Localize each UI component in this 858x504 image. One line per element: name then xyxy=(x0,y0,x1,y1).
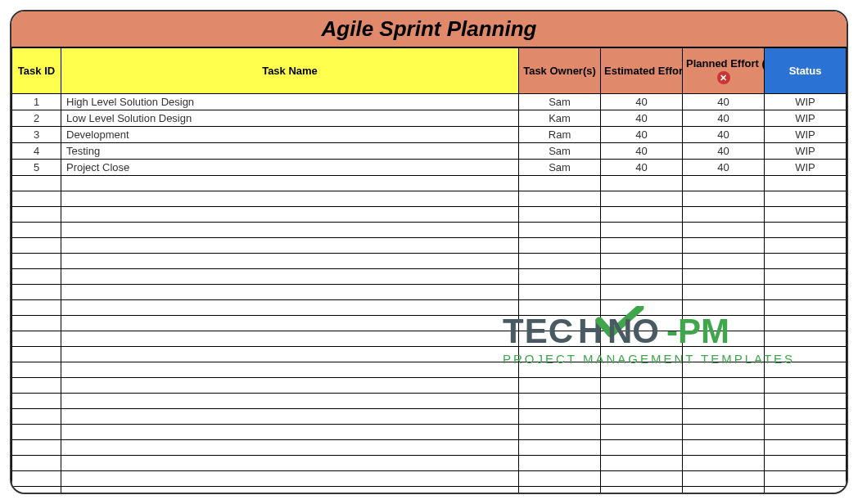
cell-empty[interactable] xyxy=(601,254,683,269)
cell-empty[interactable] xyxy=(12,331,61,347)
cell-empty[interactable] xyxy=(61,331,519,347)
cell-empty[interactable] xyxy=(519,394,601,409)
cell-empty[interactable] xyxy=(12,176,61,191)
cell-empty[interactable] xyxy=(61,223,519,238)
cell-empty[interactable] xyxy=(519,238,601,254)
cell-empty[interactable] xyxy=(61,440,519,456)
cell-empty[interactable] xyxy=(683,176,765,191)
cell-empty[interactable] xyxy=(519,223,601,238)
cell-empty[interactable] xyxy=(61,425,519,440)
cell-empty[interactable] xyxy=(601,331,683,347)
cell-empty[interactable] xyxy=(12,191,61,207)
cell-empty[interactable] xyxy=(765,254,847,269)
cell-empty[interactable] xyxy=(683,207,765,223)
cell-owner[interactable]: Sam xyxy=(519,143,601,160)
cell-empty[interactable] xyxy=(683,223,765,238)
cell-empty[interactable] xyxy=(61,347,519,362)
cell-status[interactable]: WIP xyxy=(765,94,847,110)
cell-empty[interactable] xyxy=(765,409,847,425)
cell-status[interactable]: WIP xyxy=(765,160,847,176)
cell-status[interactable]: WIP xyxy=(765,127,847,143)
cell-empty[interactable] xyxy=(61,254,519,269)
cell-empty[interactable] xyxy=(601,223,683,238)
cell-task-name[interactable]: Project Close xyxy=(61,160,519,176)
cell-empty[interactable] xyxy=(519,207,601,223)
cell-estimated[interactable]: 40 xyxy=(601,143,683,160)
cell-empty[interactable] xyxy=(601,456,683,471)
cell-empty[interactable] xyxy=(683,394,765,409)
cell-empty[interactable] xyxy=(765,347,847,362)
cell-empty[interactable] xyxy=(519,362,601,378)
cell-empty[interactable] xyxy=(683,378,765,394)
cell-empty[interactable] xyxy=(765,316,847,331)
cell-task-id[interactable]: 4 xyxy=(12,143,61,160)
cell-empty[interactable] xyxy=(683,347,765,362)
cell-empty[interactable] xyxy=(12,409,61,425)
cell-empty[interactable] xyxy=(61,300,519,316)
cell-task-id[interactable]: 5 xyxy=(12,160,61,176)
cell-empty[interactable] xyxy=(12,425,61,440)
cell-task-id[interactable]: 2 xyxy=(12,110,61,127)
cell-empty[interactable] xyxy=(765,176,847,191)
cell-estimated[interactable]: 40 xyxy=(601,94,683,110)
cell-task-name[interactable]: Testing xyxy=(61,143,519,160)
cell-empty[interactable] xyxy=(519,269,601,285)
cell-empty[interactable] xyxy=(519,425,601,440)
cell-empty[interactable] xyxy=(683,300,765,316)
cell-empty[interactable] xyxy=(765,425,847,440)
cell-empty[interactable] xyxy=(601,394,683,409)
cell-empty[interactable] xyxy=(683,440,765,456)
cell-empty[interactable] xyxy=(601,347,683,362)
cell-empty[interactable] xyxy=(519,456,601,471)
cell-estimated[interactable]: 40 xyxy=(601,160,683,176)
cell-empty[interactable] xyxy=(765,440,847,456)
cell-empty[interactable] xyxy=(683,487,765,495)
cell-empty[interactable] xyxy=(519,176,601,191)
cell-empty[interactable] xyxy=(683,254,765,269)
cell-empty[interactable] xyxy=(601,409,683,425)
cell-empty[interactable] xyxy=(61,316,519,331)
cell-empty[interactable] xyxy=(519,378,601,394)
cell-empty[interactable] xyxy=(601,269,683,285)
cell-empty[interactable] xyxy=(519,471,601,487)
cell-empty[interactable] xyxy=(683,362,765,378)
cell-empty[interactable] xyxy=(12,440,61,456)
cell-empty[interactable] xyxy=(519,191,601,207)
cell-empty[interactable] xyxy=(683,456,765,471)
cell-empty[interactable] xyxy=(683,238,765,254)
cell-empty[interactable] xyxy=(61,394,519,409)
cell-empty[interactable] xyxy=(12,254,61,269)
cell-empty[interactable] xyxy=(683,191,765,207)
cell-empty[interactable] xyxy=(601,316,683,331)
cell-empty[interactable] xyxy=(61,207,519,223)
cell-empty[interactable] xyxy=(683,316,765,331)
cell-task-name[interactable]: Development xyxy=(61,127,519,143)
cell-empty[interactable] xyxy=(683,285,765,300)
cell-empty[interactable] xyxy=(12,362,61,378)
cell-empty[interactable] xyxy=(601,238,683,254)
cell-empty[interactable] xyxy=(61,471,519,487)
cell-empty[interactable] xyxy=(61,409,519,425)
cell-empty[interactable] xyxy=(12,300,61,316)
cell-empty[interactable] xyxy=(61,362,519,378)
cell-empty[interactable] xyxy=(61,176,519,191)
cell-empty[interactable] xyxy=(601,362,683,378)
cell-empty[interactable] xyxy=(765,471,847,487)
cell-empty[interactable] xyxy=(61,487,519,495)
cell-empty[interactable] xyxy=(12,207,61,223)
cell-empty[interactable] xyxy=(765,269,847,285)
cell-empty[interactable] xyxy=(765,378,847,394)
cell-empty[interactable] xyxy=(765,456,847,471)
cell-empty[interactable] xyxy=(12,223,61,238)
cell-empty[interactable] xyxy=(601,471,683,487)
cell-empty[interactable] xyxy=(61,285,519,300)
cell-empty[interactable] xyxy=(765,191,847,207)
cell-owner[interactable]: Ram xyxy=(519,127,601,143)
cell-empty[interactable] xyxy=(12,456,61,471)
cell-empty[interactable] xyxy=(61,378,519,394)
cell-empty[interactable] xyxy=(601,285,683,300)
cell-empty[interactable] xyxy=(12,316,61,331)
cell-empty[interactable] xyxy=(12,394,61,409)
cell-empty[interactable] xyxy=(601,378,683,394)
cell-empty[interactable] xyxy=(765,207,847,223)
